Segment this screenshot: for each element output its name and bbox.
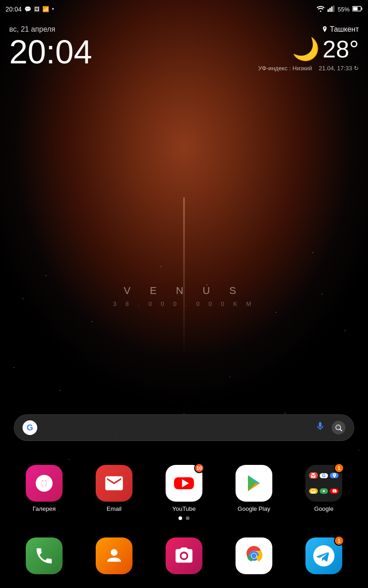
- app-item-gplay[interactable]: Google Play: [236, 465, 272, 512]
- youtube-badge: 10: [194, 463, 204, 473]
- planet-trail: [184, 198, 185, 358]
- svg-rect-5: [362, 7, 362, 10]
- widget-clock: 20:04: [9, 35, 92, 68]
- svg-rect-0: [328, 9, 329, 12]
- gplay-icon: [236, 465, 272, 502]
- telegram-icon-wrapper: 1: [305, 537, 342, 574]
- dock: 1: [0, 537, 368, 574]
- page-dot-2[interactable]: [186, 516, 190, 520]
- svg-point-8: [336, 425, 338, 427]
- status-bar: 20:04 💬 🖼 📶 • 55%: [0, 0, 368, 18]
- message-notification-icon: 💬: [24, 6, 31, 12]
- phone-icon: [26, 537, 63, 574]
- camera-icon: [166, 537, 202, 574]
- status-left: 20:04 💬 🖼 📶 •: [6, 6, 54, 13]
- svg-point-15: [47, 481, 50, 485]
- widget-location: Ташкент: [258, 25, 359, 34]
- venus-title: V E N U S: [0, 285, 368, 297]
- widget-uv: УФ-индекс : Низкий 21.04, 17:33 ↻: [258, 65, 359, 72]
- app-item-email[interactable]: Email: [96, 465, 132, 512]
- google-folder-icon-wrapper: G 1: [305, 465, 342, 502]
- svg-point-12: [42, 477, 46, 481]
- widget-temp-row: 🌙 28°: [258, 35, 359, 63]
- svg-rect-2: [331, 6, 333, 12]
- telegram-badge: 1: [334, 536, 344, 546]
- youtube-label: YouTube: [172, 505, 196, 512]
- email-icon-wrapper: [96, 465, 132, 502]
- battery-icon: [352, 6, 362, 13]
- email-icon: [96, 465, 132, 502]
- svg-point-9: [339, 425, 341, 427]
- svg-point-32: [182, 554, 187, 559]
- gallery-icon: [26, 465, 63, 502]
- widget-date: вс, 21 апреля: [9, 25, 92, 34]
- page-dot-1[interactable]: [178, 516, 182, 520]
- dock-item-telegram[interactable]: 1: [305, 537, 342, 574]
- app-item-gallery[interactable]: Галерея: [26, 465, 63, 512]
- weather-icon: 🌙: [292, 36, 320, 62]
- dock-item-camera[interactable]: [166, 537, 202, 574]
- venus-text-area: V E N U S 3 8 . 0 0 0 . 0 0 0 K M: [0, 285, 368, 307]
- status-right: 55%: [316, 6, 362, 13]
- dock-item-chrome[interactable]: [236, 537, 272, 574]
- microphone-icon[interactable]: [315, 421, 325, 434]
- search-bar[interactable]: G: [14, 414, 354, 441]
- google-folder-badge: 1: [334, 463, 344, 473]
- camera-icon-wrapper: [166, 537, 202, 574]
- dock-item-phone[interactable]: [26, 537, 63, 574]
- phone-icon-wrapper: [26, 537, 63, 574]
- gallery-label: Галерея: [33, 505, 56, 512]
- youtube-icon-wrapper: 10: [166, 465, 202, 502]
- location-icon: [322, 26, 328, 33]
- svg-point-36: [252, 554, 257, 559]
- gplay-icon-wrapper: [236, 465, 272, 502]
- contacts-icon-wrapper: [96, 537, 132, 574]
- chrome-icon-wrapper: [236, 537, 272, 574]
- lens-icon[interactable]: [332, 421, 345, 435]
- widget-left: вс, 21 апреля 20:04: [9, 25, 92, 68]
- google-logo: G: [23, 420, 37, 435]
- chrome-icon: [236, 537, 272, 574]
- svg-point-14: [38, 481, 41, 485]
- signal-icon: [328, 6, 335, 13]
- svg-point-13: [42, 486, 46, 489]
- contacts-icon: [96, 537, 132, 574]
- app-item-youtube[interactable]: 10 YouTube: [166, 465, 202, 512]
- svg-point-30: [323, 490, 325, 492]
- app-grid: Галерея Email 10 YouTube: [0, 465, 368, 512]
- battery-text: 55%: [338, 6, 350, 13]
- widget-temp: 28°: [322, 35, 359, 63]
- widget-right: Ташкент 🌙 28° УФ-индекс : Низкий 21.04, …: [258, 25, 359, 72]
- svg-rect-6: [353, 7, 358, 10]
- google-folder-label: Google: [314, 505, 334, 512]
- status-time: 20:04: [6, 6, 22, 13]
- page-indicator: [0, 516, 368, 520]
- svg-rect-3: [333, 6, 334, 12]
- svg-point-20: [42, 481, 47, 486]
- widget-area: вс, 21 апреля 20:04 Ташкент 🌙 28° УФ-инд…: [0, 25, 368, 72]
- dot-icon: •: [52, 6, 54, 12]
- email-label: Email: [107, 505, 122, 512]
- wifi-icon: [316, 6, 325, 13]
- photo-notification-icon: 🖼: [34, 6, 40, 12]
- venus-distance: 3 8 . 0 0 0 . 0 0 0 K M: [0, 300, 368, 307]
- network-icon: 📶: [42, 6, 49, 12]
- svg-line-11: [340, 429, 342, 431]
- gallery-icon-wrapper: [26, 465, 63, 502]
- gplay-label: Google Play: [238, 505, 270, 512]
- svg-point-10: [337, 427, 339, 430]
- dock-item-contacts[interactable]: [96, 537, 132, 574]
- svg-point-31: [111, 549, 118, 556]
- svg-rect-1: [329, 8, 331, 12]
- app-item-google-folder[interactable]: G 1 Google: [305, 465, 342, 512]
